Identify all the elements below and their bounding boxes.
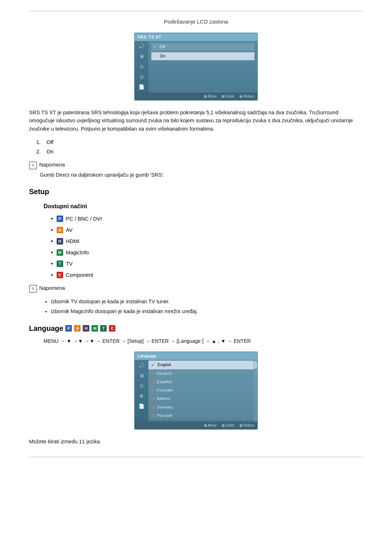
label-off: Off (46, 139, 53, 145)
lang-badge-t: T (100, 325, 107, 332)
menu-path: MENU → ▼ →▼ →▼ → ENTER → [Setup] → ENTER… (44, 337, 363, 345)
osd-item-on: On (151, 52, 254, 60)
lang-badge-m: M (91, 325, 98, 332)
lang-return-dot (240, 424, 242, 427)
numbered-list: 1. Off 2. On (29, 139, 363, 156)
bullet-av: • (51, 226, 53, 234)
move-dot (204, 95, 207, 98)
lang-item-svenska: Svenska (148, 403, 254, 411)
lang-gear-icon: ⚙ (137, 393, 146, 399)
lang-display-icon: 🖥 (137, 372, 146, 379)
footer-enter-label: Enter (226, 94, 234, 99)
bullet-hdmi: • (51, 237, 53, 246)
numbered-item-off: 1. Off (36, 139, 363, 147)
lang-item-francais: Français (148, 386, 254, 394)
lang-item-deutsch: Deutsch (148, 369, 254, 378)
bullet-component: • (51, 271, 53, 279)
lang-item-espanol: Español (148, 378, 254, 386)
srs-osd-title: SRS TS XT (135, 33, 257, 41)
italiano-label: Italiano (157, 395, 170, 402)
note-icon-2: ✎ (29, 285, 37, 293)
note1-text: Gumb Direct na daljinskom upravljaču je … (40, 171, 363, 179)
lang-badge-a: A (74, 325, 81, 332)
espanol-label: Español (157, 379, 172, 385)
mode-label-magicinfo: MagicInfo (66, 249, 89, 257)
osd-sidebar: 🔊 🖥 ⊙ ◎ 📄 (135, 41, 148, 93)
osd-footer: Move Enter Return (135, 93, 257, 100)
lang-enter-dot (222, 424, 225, 427)
lang-footer-enter-label: Enter (226, 423, 234, 428)
lang-footer-enter: Enter (222, 423, 234, 428)
footer-return: Return (240, 94, 254, 99)
footer-move: Move (204, 94, 217, 99)
mode-item-component: • C Component (51, 271, 363, 279)
deutsch-bar (151, 372, 155, 375)
russian-bar (151, 414, 155, 418)
francais-label: Français (157, 387, 173, 393)
language-heading: Language P A H M T C (29, 323, 363, 334)
note-box-2: ✎ Napomena (29, 284, 363, 293)
note2-bullet-2: Izbornik MagicInfo dostupan je kada je i… (51, 308, 363, 316)
dostupni-nacini-heading: Dostupni načini (44, 202, 363, 211)
mode-item-pc: • P PC / BNC / DVI (51, 214, 363, 223)
page-container: Podešavanje LCD zaslona SRS TS XT 🔊 🖥 ⊙ … (0, 0, 392, 472)
scrollbar-thumb (254, 361, 257, 369)
numbered-item-on: 2. On (36, 148, 363, 156)
mode-item-hdmi: • H HDMI (51, 237, 363, 246)
lang-footer-move: Move (204, 423, 217, 428)
note2-bullet-list: Izbornik TV dostupan je kada je instalir… (51, 298, 363, 316)
lang-osd-container: Language 🔊 🖥 ⊙ ⚙ 📄 ✓ English De (29, 352, 363, 430)
lang-doc-icon: 📄 (137, 403, 146, 409)
badge-m: M (57, 249, 63, 256)
off-check: ✓ (154, 44, 158, 50)
osd-off-label: Off (160, 44, 165, 50)
lang-badge-h: H (83, 325, 89, 332)
lang-osd-content: 🔊 🖥 ⊙ ⚙ 📄 ✓ English Deutsch (135, 360, 257, 422)
note-icon-1: ✎ (29, 161, 37, 169)
lang-footer-return: Return (240, 423, 254, 428)
mode-label-component: Component (66, 271, 93, 279)
osd-on-label: On (160, 53, 165, 59)
osd-item-off: ✓ Off (151, 43, 254, 51)
lang-circle-icon: ⊙ (137, 382, 146, 389)
srs-description: SRS TS XT je patentirana SRS tehnologija… (29, 108, 363, 133)
srs-osd-box: SRS TS XT 🔊 🖥 ⊙ ◎ 📄 ✓ Off On (134, 33, 258, 101)
osd-main: ✓ Off On (148, 41, 257, 93)
enter-dot (222, 95, 225, 98)
top-rule (29, 11, 363, 11)
napomena-label-2: Napomena (39, 284, 65, 292)
language-title: Language (29, 323, 63, 334)
bullet-tv: • (51, 259, 53, 268)
svenska-bar (151, 405, 155, 409)
english-check: ✓ (151, 362, 156, 368)
bullet-magicinfo: • (51, 248, 53, 257)
circle-icon: ⊙ (137, 63, 146, 70)
badge-h: H (57, 238, 63, 245)
francais-bar (151, 389, 155, 392)
bullet-pc: • (51, 214, 53, 223)
footer-enter: Enter (222, 94, 234, 99)
footer-return-label: Return (244, 94, 254, 99)
return-dot (240, 95, 242, 98)
badge-t: T (57, 260, 63, 267)
speaker-icon: 🔊 (137, 43, 146, 50)
mode-item-tv: • T TV (51, 259, 363, 268)
note-box-1: ✎ Napomena (29, 161, 363, 169)
deutsch-label: Deutsch (157, 370, 172, 377)
note2-bullet-1: Izbornik TV dostupan je kada je instalir… (51, 298, 363, 306)
srs-osd-content: 🔊 🖥 ⊙ ◎ 📄 ✓ Off On (135, 41, 257, 93)
lang-footer-return-label: Return (244, 423, 254, 428)
num-2: 2. (36, 149, 41, 155)
mode-item-magicinfo: • M MagicInfo (51, 248, 363, 257)
footer-move-label: Move (208, 94, 217, 99)
mode-item-av: • A AV (51, 226, 363, 234)
espanol-bar (151, 380, 155, 384)
lang-move-dot (204, 424, 207, 427)
lang-badge-p: P (65, 325, 72, 332)
label-on: On (46, 149, 53, 155)
srs-osd-container: SRS TS XT 🔊 🖥 ⊙ ◎ 📄 ✓ Off On (29, 33, 363, 101)
napomena-label-1: Napomena (39, 161, 65, 169)
badge-p: P (57, 216, 63, 222)
page-title: Podešavanje LCD zaslona (29, 18, 363, 26)
num-1: 1. (36, 139, 41, 145)
